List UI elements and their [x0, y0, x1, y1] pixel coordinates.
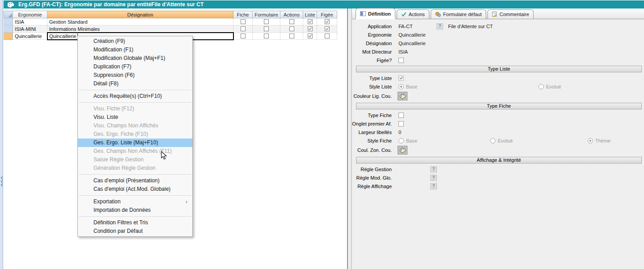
tab-actions[interactable]: Actions	[397, 9, 429, 19]
table-header-row: ErgonomieDésignationFicheFormulaireActio…	[4, 11, 337, 18]
checkbox-fiche[interactable]	[241, 34, 246, 38]
table-row-isia[interactable]: ISIAGestion Standard	[4, 18, 337, 25]
checkbox-fiche[interactable]	[241, 19, 246, 24]
field-label-regle-gestion: Règle Gestion	[352, 167, 392, 172]
splitter-grip-icon[interactable]	[0, 176, 3, 187]
column-header-designation[interactable]: Désignation	[47, 11, 233, 18]
radio-style-liste-evolue[interactable]: Evolué	[538, 84, 561, 89]
cell-checkbox-liste[interactable]	[303, 25, 317, 33]
checkbox-liste[interactable]	[308, 34, 313, 38]
cell-checkbox-liste[interactable]	[303, 33, 317, 40]
menu-item-duplication-f7[interactable]: Duplication (F7)	[78, 63, 192, 71]
menu-item-ges-ergo-liste-maj-f10[interactable]: Ges. Ergo. Liste (Maj+F10)	[78, 139, 192, 147]
radio-button-icon[interactable]	[398, 84, 404, 89]
help-button-application[interactable]: ?	[436, 23, 443, 29]
cell-checkbox-figee[interactable]	[317, 25, 337, 33]
checkbox-formulaire[interactable]	[264, 34, 269, 38]
tab-formulaire-defaut[interactable]: Formulaire défaut	[431, 9, 486, 19]
menu-item-cas-d-emploi-act-mod-globale[interactable]: Cas d'emploi (Act.Mod. Globale)	[78, 185, 192, 193]
menu-item-ges-champs-non-affiches-f11[interactable]: Ges. Champs Non Affichés (F11)	[78, 147, 192, 156]
menu-item-visu-champs-non-affiches[interactable]: Visu. Champs Non Affichés	[78, 122, 192, 130]
radio-style-fiche-base[interactable]: Base	[398, 138, 417, 143]
menu-item-suppression-f6[interactable]: Suppression (F6)	[78, 71, 192, 80]
panel-splitter[interactable]	[347, 8, 352, 269]
menu-item-modification-globale-maj-f1[interactable]: Modification Globale (Maj+F1)	[78, 54, 192, 63]
menu-item-acces-requete-s-ctrl-f10[interactable]: Accès Requête(s) (Ctrl+F10)	[78, 92, 192, 101]
tab-commentaire[interactable]: Commentaire	[487, 9, 534, 19]
menu-item-detail-f8[interactable]: Détail (F8)	[78, 80, 192, 88]
cell-checkbox-fiche[interactable]	[233, 33, 253, 40]
checkbox-liste[interactable]	[308, 19, 313, 24]
checkbox-figee[interactable]	[325, 19, 330, 24]
checkbox-actions[interactable]	[289, 19, 294, 24]
column-header-actions[interactable]: Actions	[280, 11, 303, 18]
cell-checkbox-formulaire[interactable]	[253, 33, 280, 40]
cell-ergonomie[interactable]: ISIA-MINI	[13, 25, 47, 33]
cell-checkbox-formulaire[interactable]	[253, 18, 280, 25]
menu-item-visu-liste[interactable]: Visu. Liste	[78, 113, 192, 122]
checkbox-figee[interactable]	[325, 34, 330, 38]
menu-item-creation-f9[interactable]: Création (F9)	[78, 37, 192, 46]
menu-item-modification-f1[interactable]: Modification (F1)	[78, 46, 192, 54]
checkbox-liste[interactable]	[308, 26, 313, 31]
radio-style-fiche-evolue[interactable]: Evolué	[490, 138, 513, 143]
row-selector[interactable]	[4, 18, 13, 25]
table-row-isia-mini[interactable]: ISIA-MINIInformations Minimales	[4, 25, 337, 33]
column-header-figee[interactable]: Figée	[317, 11, 337, 18]
checkbox-figee[interactable]	[325, 26, 330, 31]
radio-button-icon[interactable]	[490, 138, 496, 143]
row-selector[interactable]	[4, 33, 13, 40]
cell-checkbox-figee[interactable]	[317, 18, 337, 25]
radio-style-liste-base[interactable]: Base	[398, 84, 417, 89]
palette-icon	[8, 2, 14, 8]
menu-item-ges-ergo-fiche-f10[interactable]: Ges. Ergo. Fiche (F10)	[78, 130, 192, 139]
cell-checkbox-fiche[interactable]	[233, 25, 253, 33]
menu-item-cas-d-emploi-presentation[interactable]: Cas d'emploi (Présentation)	[78, 177, 192, 185]
cell-checkbox-figee[interactable]	[317, 33, 337, 40]
menu-item-visu-fiche-f12[interactable]: Visu. Fiche (F12)	[78, 105, 192, 113]
checkbox-actions[interactable]	[289, 26, 294, 31]
checkbox-type-liste[interactable]	[398, 76, 404, 81]
cell-checkbox-actions[interactable]	[280, 25, 303, 33]
checkbox-formulaire[interactable]	[264, 26, 269, 31]
cell-designation[interactable]: Informations Minimales	[47, 25, 233, 33]
help-button-regle-affichage[interactable]: ?	[430, 183, 437, 189]
radio-button-icon[interactable]	[398, 138, 404, 143]
corner-select-all[interactable]	[4, 11, 13, 18]
checkbox-onglet-premier-af[interactable]	[398, 121, 404, 126]
checkbox-fiche[interactable]	[241, 26, 246, 31]
cell-checkbox-liste[interactable]	[303, 18, 317, 25]
checkbox-formulaire[interactable]	[264, 19, 269, 24]
row-selector[interactable]	[4, 25, 13, 33]
checkbox-figee[interactable]	[398, 58, 404, 63]
tab-definition[interactable]: Définition	[356, 8, 395, 19]
color-picker-button-couleur-lig-cou[interactable]	[398, 92, 407, 101]
menu-item-importation-de-donnees[interactable]: Importation de Données	[78, 206, 192, 214]
column-header-formulaire[interactable]: Formulaire	[253, 11, 280, 18]
radio-style-fiche-theme[interactable]: Thème	[588, 138, 610, 143]
checkbox-type-fiche[interactable]	[398, 113, 404, 118]
left-collapsed-splitter[interactable]	[0, 0, 3, 269]
menu-item-definition-filtres-et-tris[interactable]: Définition Filtres et Tris	[78, 219, 192, 227]
menu-item-exportation[interactable]: Exportation›	[78, 198, 192, 206]
help-button-regle-mod-glo[interactable]: ?	[430, 175, 437, 181]
menu-item-saisie-regle-gestion[interactable]: Saisie Règle Gestion	[78, 156, 192, 164]
color-picker-button-coul-zon-cou[interactable]	[398, 146, 407, 155]
radio-button-icon[interactable]	[588, 138, 593, 143]
help-button-regle-gestion[interactable]: ?	[430, 166, 437, 172]
column-header-fiche[interactable]: Fiche	[233, 11, 253, 18]
cell-designation[interactable]: Gestion Standard	[47, 18, 233, 25]
checkbox-actions[interactable]	[289, 34, 294, 38]
cell-checkbox-formulaire[interactable]	[253, 25, 280, 33]
field-row-designation: DésignationQuincaillerie	[352, 39, 644, 47]
cell-checkbox-actions[interactable]	[280, 18, 303, 25]
menu-item-condition-par-defaut[interactable]: Condition par Défaut	[78, 227, 192, 235]
cell-checkbox-fiche[interactable]	[233, 18, 253, 25]
radio-button-icon[interactable]	[538, 84, 544, 89]
menu-item-generation-regle-gestion[interactable]: Génération Règle Gestion	[78, 164, 192, 172]
cell-ergonomie[interactable]: ISIA	[13, 18, 47, 25]
column-header-ergonomie[interactable]: Ergonomie	[13, 11, 47, 18]
column-header-liste[interactable]: Liste	[303, 11, 317, 18]
cell-ergonomie[interactable]: Quincaillerie	[13, 33, 47, 40]
cell-checkbox-actions[interactable]	[280, 33, 303, 40]
